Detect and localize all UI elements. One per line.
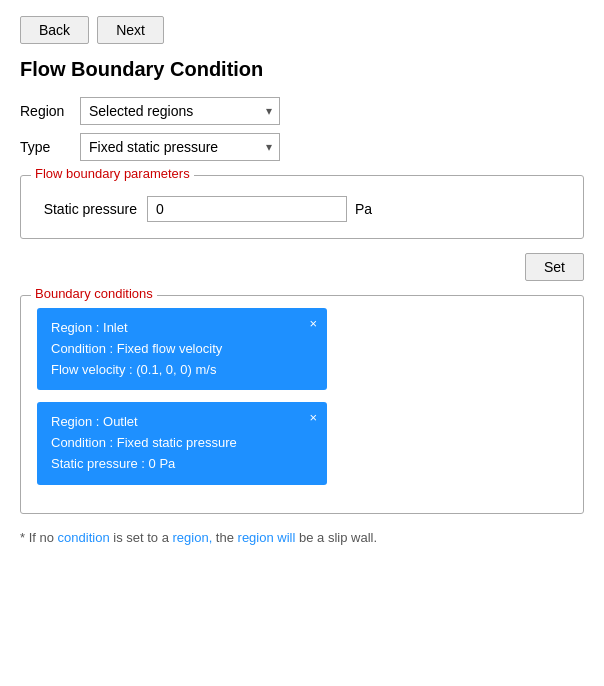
bc-card-outlet: × Region : Outlet Condition : Fixed stat…	[37, 402, 327, 484]
type-select[interactable]: Fixed static pressure Fixed flow velocit…	[80, 133, 280, 161]
static-pressure-input[interactable]	[147, 196, 347, 222]
footer-highlight-condition: condition	[58, 530, 110, 545]
region-label: Region	[20, 103, 80, 119]
flow-params-box: Flow boundary parameters Static pressure…	[20, 175, 584, 239]
next-button[interactable]: Next	[97, 16, 164, 44]
flow-params-legend: Flow boundary parameters	[31, 166, 194, 181]
footer-highlight-region2: region	[238, 530, 274, 545]
type-select-wrapper: Fixed static pressure Fixed flow velocit…	[80, 133, 280, 161]
bc-card-outlet-line3: Static pressure : 0 Pa	[51, 454, 313, 475]
region-select-wrapper: Selected regions All regions ▾	[80, 97, 280, 125]
bc-card-outlet-line1: Region : Outlet	[51, 412, 313, 433]
footer-highlight-region1: region,	[173, 530, 213, 545]
bc-card-inlet-line2: Condition : Fixed flow velocity	[51, 339, 313, 360]
bc-card-inlet-line1: Region : Inlet	[51, 318, 313, 339]
footer-note: * If no condition is set to a region, th…	[20, 530, 584, 545]
footer-highlight-will: will	[277, 530, 295, 545]
set-button[interactable]: Set	[525, 253, 584, 281]
bc-card-inlet: × Region : Inlet Condition : Fixed flow …	[37, 308, 327, 390]
static-pressure-unit: Pa	[355, 201, 372, 217]
bc-card-inlet-close-icon[interactable]: ×	[309, 316, 317, 331]
boundary-conditions-box: Boundary conditions × Region : Inlet Con…	[20, 295, 584, 514]
static-pressure-label: Static pressure	[37, 201, 137, 217]
bc-card-inlet-line3: Flow velocity : (0.1, 0, 0) m/s	[51, 360, 313, 381]
bc-card-outlet-close-icon[interactable]: ×	[309, 410, 317, 425]
back-button[interactable]: Back	[20, 16, 89, 44]
bc-card-outlet-line2: Condition : Fixed static pressure	[51, 433, 313, 454]
boundary-conditions-legend: Boundary conditions	[31, 286, 157, 301]
page-title: Flow Boundary Condition	[20, 58, 584, 81]
type-label: Type	[20, 139, 80, 155]
region-select[interactable]: Selected regions All regions	[80, 97, 280, 125]
